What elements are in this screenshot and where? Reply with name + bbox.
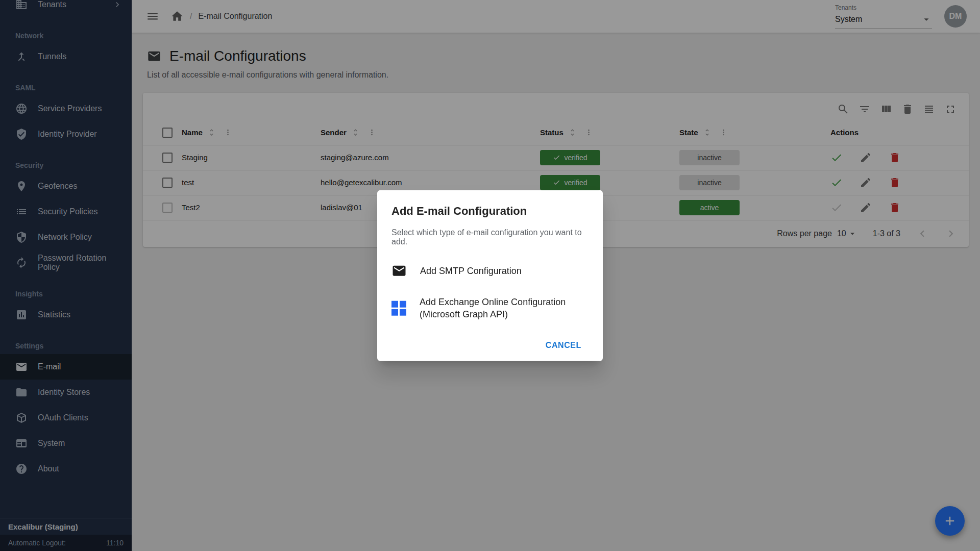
add-smtp-configuration-option[interactable]: Add SMTP Configuration: [391, 255, 589, 287]
option-label: Add SMTP Configuration: [420, 265, 522, 277]
add-email-configuration-dialog: Add E-mail Configuration Select which ty…: [377, 190, 603, 361]
dialog-actions: CANCEL: [391, 335, 589, 355]
option-label: Add Exchange Online Configuration (Micro…: [420, 296, 573, 321]
mail-icon: [391, 263, 407, 279]
app-root: Tenants Network Tunnels SAML Service Pro…: [0, 0, 980, 551]
dialog-options: Add SMTP Configuration Add Exchange Onli…: [391, 255, 589, 330]
cancel-button[interactable]: CANCEL: [538, 335, 589, 355]
dialog-description: Select which type of e-mail configuratio…: [391, 228, 589, 246]
dialog-title: Add E-mail Configuration: [391, 205, 589, 218]
microsoft-logo-icon: [391, 301, 406, 316]
add-exchange-online-configuration-option[interactable]: Add Exchange Online Configuration (Micro…: [391, 287, 589, 330]
